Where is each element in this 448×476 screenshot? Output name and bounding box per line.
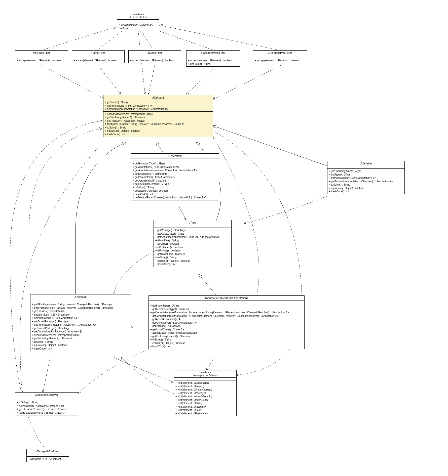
op-line: + hashCode() : int [155,263,230,266]
op-line: + visit(element : JParameter) [175,412,235,415]
svg-line-13 [199,274,216,295]
op-line: + getClassFile() : ClassFile [155,252,230,256]
op-line: + getActualClass() : Class [155,232,230,236]
op-line: + getEnclosingElement() : JElement [105,116,211,119]
uml-diagram-canvas: «interface» JElementFilter + accept(elem… [5,5,448,476]
op-line: + getInterfaces() : Set<JInterface> [32,313,129,317]
op-line: + toString() : String [17,401,76,404]
op-line: + toString() : String [155,256,230,259]
svg-line-7 [148,65,155,94]
op-line: + accept(element : JElement) : boolean [255,59,305,62]
svg-line-0 [42,26,117,50]
op-line: + hashCode() : int [150,345,303,348]
op-line: + toString() : String [329,183,403,187]
class-title: «interface» JElementFilter [117,12,159,20]
op-line: # getMethodInfo() : MethodInfo [133,172,217,176]
op-line: + getJAnnotation(nextAnnotation : A, enc… [150,314,303,318]
op-line: + getPackage() : JPackage [150,324,303,328]
op-line: + visit(element : JStaticInitializer) [175,388,235,392]
op-line: + loadClass(className : String) : Class<… [17,411,76,415]
op-line: + equals(obj : Object) : boolean [150,341,303,345]
op-line: + accept(element : JElement) : boolean [130,59,179,62]
op-line: + visit(element : JInterface) [175,405,235,409]
op-line: + allocate(e : File) : JElement [28,457,67,461]
op-line: + isPublic() : boolean [155,242,230,246]
op-line: + equals(obj : Object) : boolean [329,187,403,190]
op-line: # findClassFile(name : String, resolver … [105,122,211,126]
op-line: + toString() : String [105,126,211,129]
op-line: + getSuperType() : JClass [150,304,303,308]
svg-line-11 [156,142,164,153]
op-line: + visit(element : JAnnotation<?>) [175,395,235,398]
class-jelementtypefilter: JElementTypeFilter + accept(element : JE… [253,50,307,63]
op-line: + getActualPackage() : Package [32,320,129,323]
op-line: + getJAnnotation(nextAnnotation : Annota… [150,311,303,314]
op-line: + getActualSuperType() : Class<?> [150,308,303,311]
svg-line-9 [213,65,281,99]
op-line: + getParameters() : List<JParameter> [133,176,217,179]
op-line: + accept(element : JElement) : boolean [73,59,123,62]
op-line: + isModifier() : String [155,239,230,242]
op-line: + getActualMethod() : Method [133,179,217,183]
op-line: + getParentPackage() : JPackage [32,327,129,330]
svg-line-4 [159,25,279,50]
op-line: + acceptVisitor(visitor : IntrospectionV… [105,112,211,116]
class-jtype: JType + getPackage() : JPackage+ getActu… [154,220,232,267]
class-classpathresolver: ClasspathResolver + toString() : String#… [15,392,78,415]
class-jpackage: JPackage + getJPackage(name : String, re… [30,294,131,351]
op-line: + acceptVisitor(visitor : IntrospectionV… [32,333,129,337]
op-line: + getType() : JType [329,173,403,177]
op-line: + hashCode() : int [32,347,129,351]
op-line: + visit(element : JMethod) [175,385,235,388]
op-line: + visit(element : JField) [175,408,235,412]
attr-line: + getAnnotation(annotation : Class<A>) :… [105,107,211,111]
svg-line-2 [139,28,154,50]
op-line: + getAnnotations() : Set<JAnnotation<?>> [150,321,303,325]
op-line: + getAnnotation(annotation : Class<A>) :… [133,169,217,172]
op-line: + equals(obj : Object) : boolean [133,189,217,193]
op-line: + visit(element : JClass) [175,402,235,405]
class-introspectionvisitor: «interface» IntrospectionVisitor + visit… [174,370,237,416]
svg-line-5 [42,65,103,98]
op-line: + getAnnotations() : Set<JAnnotation<?>> [329,176,403,180]
class-classpathassigner: ClasspathAssigner + allocate(e : File) :… [26,449,69,462]
op-line: + toString() : String [133,186,217,189]
svg-line-1 [97,28,126,50]
op-line: + equals(obj : Object) : boolean [155,259,230,263]
attr-line: + getAnnotations() : Set<JAnnotation<?>> [105,104,211,108]
op-line: + getJPackage(pkg : Package, resolver : … [32,306,129,310]
op-line: + getEnclosingType() : JType [329,169,403,173]
op-line: + equals(obj : Object) : boolean [105,129,211,133]
op-line: + getEnclosingElement() : JElement [32,337,129,340]
op-line: + getClasses() : Set<JClass> [32,310,129,313]
class-packagefilter: PackageFilter + accept(element : JElemen… [15,50,68,63]
class-joperation: JOperation + getEnclosingType() : JType+… [131,153,219,200]
op-line: # getResolver() : ClasspathResolver [105,119,211,123]
class-attrs [117,20,159,22]
op-line: + toString() : String [150,338,303,341]
op-line: + getAnnotation(annotation : Class<A>) :… [32,323,129,327]
class-jvariable: JVariable + getEnclosingType() : JType+ … [327,161,405,194]
class-packageprefixfilter: PackagePrefixFilter + accept(element : J… [186,50,240,67]
op-line: + getActualAnnotation() : A [150,318,303,321]
op-line: # getAssigner() : Allocator<JElement, Fi… [17,404,76,408]
class-namefilter: NameFilter + accept(element : JElement) … [72,50,125,63]
op-line: + accept(element : JElement) : boolean [188,59,239,62]
class-jelement: JElement + getName() : String+ getAnnota… [103,95,213,137]
attr-line: + getName() : String [105,101,211,104]
op-line: + getPrefix() : String [188,62,239,66]
svg-line-8 [186,69,213,94]
op-line: + getPackage() : JPackage [155,229,230,232]
op-line: + isProtected() : boolean [155,246,230,249]
op-line: + getJPackage(name : String, resolver : … [32,303,129,306]
op-line: + getAnnotation(annotation : Class<A>) :… [155,235,230,239]
op-line: + getEnclosingElement() : JElement [150,335,303,338]
op-line: + accept(element : JElement) : boolean [119,23,158,30]
class-jclassfilter: JClassFilter + accept(element : JElement… [128,50,181,63]
op-line: + getClassFileResolver() : ClassFileReso… [17,408,76,411]
op-line: + hashCode() : int [133,193,217,196]
op-line: + getEnclosingElement() : JType [133,182,217,186]
op-line: + getAnnotations() : Set<JAnnotation<?>> [133,165,217,169]
svg-line-14 [179,206,186,220]
op-line: + getAnnotationsForPackage() : Annotatio… [32,330,129,333]
